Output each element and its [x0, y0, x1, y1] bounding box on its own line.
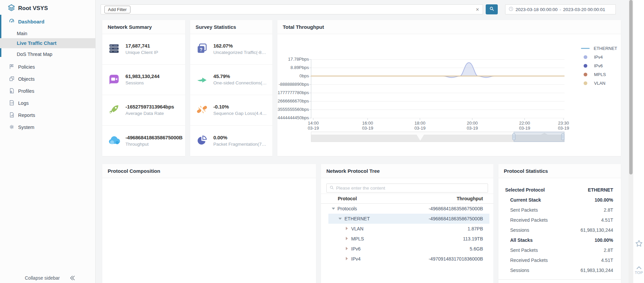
- sidebar-item-label: Live Traffic Chart: [17, 41, 56, 46]
- legend-item-mpls[interactable]: MPLS: [581, 72, 606, 77]
- sidebar-item-label: Profiles: [18, 88, 34, 94]
- legend-item-vlan[interactable]: VLAN: [581, 80, 605, 86]
- column-throughput: Throughput: [457, 196, 483, 201]
- y-tick-label: 8.89Pbps: [290, 65, 309, 71]
- x-tick-label: 23:3003-19: [550, 121, 577, 131]
- session-icon: [108, 73, 120, 87]
- stat-value: 61,983,130,244: [125, 73, 159, 80]
- legend-label: IPv6: [594, 63, 603, 68]
- sidebar-item-objects[interactable]: Objects: [0, 74, 96, 84]
- rocket-icon: [108, 103, 120, 117]
- sidebar-item-dos-threat-map[interactable]: DoS Threat Map: [0, 50, 96, 59]
- chevron-right-icon[interactable]: [346, 247, 348, 250]
- tree-row-ipv6[interactable]: IPv6 5.6GB: [321, 244, 493, 254]
- stat-label: One-sided Connections(…: [213, 80, 267, 86]
- stats-row-sent-packets: Sent Packets 2.8T: [498, 205, 621, 215]
- report-chart-icon: [9, 112, 15, 119]
- circle-swatch: [584, 73, 587, 76]
- sidebar-item-label: Policies: [18, 64, 35, 70]
- survey-statistics-card: Survey Statistics ? 162.07%Uncategorized…: [190, 20, 272, 156]
- tree-row-vlan[interactable]: VLAN 1.87PB: [321, 224, 493, 234]
- legend-label: IPv4: [594, 55, 603, 60]
- clear-filter-icon[interactable]: ✕: [476, 7, 479, 12]
- sidebar-item-main[interactable]: Main: [0, 29, 96, 38]
- tree-row-ethernet[interactable]: ETHERNET -4968684186358675000B: [321, 214, 493, 224]
- tree-row-ipv4[interactable]: IPv4 -4970914831701836000B: [321, 254, 493, 264]
- circle-swatch: [584, 55, 587, 59]
- vsys-title: Root VSYS: [18, 5, 48, 12]
- stats-row-sent-packets-all: Sent Packets 2.8T: [498, 245, 621, 255]
- stats-row-sessions-all: Sessions 61,983,130,244: [498, 265, 621, 275]
- overlap-squares-icon: [9, 76, 15, 83]
- network-summary-card: Network Summary 17,687,741Unique Client …: [102, 20, 185, 156]
- sidebar: Root VSYS Dashboard Main Live Traffic Ch…: [0, 0, 96, 283]
- datazoom-handle-right[interactable]: [561, 134, 564, 140]
- legend-item-ethernet[interactable]: ETHERNET: [581, 46, 617, 51]
- stat-label: Sequence Gap Loss(4.4…: [213, 110, 267, 117]
- sidebar-item-policies[interactable]: Policies: [0, 62, 96, 72]
- chevron-right-icon[interactable]: [346, 227, 348, 230]
- circle-swatch: [584, 64, 587, 68]
- stat-value: -0.10%: [213, 103, 267, 110]
- sidebar-item-live-traffic-chart[interactable]: Live Traffic Chart: [0, 38, 96, 48]
- protocol-search-box[interactable]: [326, 184, 488, 193]
- sidebar-item-system[interactable]: System: [0, 123, 96, 132]
- stat-row-sessions: 61,983,130,244Sessions: [102, 65, 185, 95]
- stat-label: Throughput: [125, 141, 180, 148]
- card-title: Protocol Statistics: [498, 164, 621, 178]
- uncategorized-icon: ?: [196, 42, 208, 56]
- date-range-input[interactable]: 2023-03-18 00:00:00 - 2023-03-20 00:00:0…: [505, 4, 616, 14]
- x-tick-label: 22:0003-19: [511, 121, 538, 131]
- tree-node-value: -4968684186358675000B: [429, 206, 483, 211]
- server-icon: [108, 42, 120, 56]
- protocol-search-input[interactable]: [336, 186, 485, 191]
- one-sided-arrow-icon: [196, 73, 208, 87]
- date-end: 2023-03-20 00:00:01: [563, 7, 605, 12]
- legend-item-ipv6[interactable]: IPv6: [581, 63, 603, 68]
- tree-node-value: 113.19TB: [463, 236, 483, 241]
- svg-text:?: ?: [200, 47, 202, 52]
- datazoom-handle-left[interactable]: [513, 134, 515, 140]
- cloud-icon: [108, 134, 120, 148]
- stat-label: Unique Client IP: [125, 49, 158, 56]
- legend-item-ipv4[interactable]: IPv4: [581, 54, 603, 60]
- datazoom-slider[interactable]: [311, 132, 565, 142]
- tree-row-mpls[interactable]: MPLS 113.19TB: [321, 234, 493, 244]
- tree-row-protocols[interactable]: Protocols -4968684186358675000B: [321, 204, 493, 214]
- filter-input[interactable]: Add Filter ✕: [101, 4, 483, 14]
- search-button[interactable]: [486, 4, 498, 14]
- sidebar-item-profiles[interactable]: Profiles: [0, 86, 96, 96]
- sidebar-item-dashboard[interactable]: Dashboard: [0, 17, 96, 26]
- sidebar-item-label: Objects: [18, 76, 35, 82]
- page-scrollbar-thumb[interactable]: [629, 0, 633, 174]
- x-tick-label: 20:0003-19: [459, 121, 486, 131]
- chevron-right-icon[interactable]: [346, 257, 348, 260]
- chevron-down-icon[interactable]: [338, 218, 342, 220]
- stat-value: 0.00%: [213, 134, 266, 141]
- chevron-down-icon[interactable]: [332, 208, 335, 210]
- collapse-sidebar-control[interactable]: Collapse sidebar: [0, 273, 96, 283]
- stats-row-selected-protocol: Selected Protocol ETHERNET: [498, 185, 621, 195]
- add-filter-button[interactable]: Add Filter: [104, 6, 130, 13]
- sidebar-item-label: Logs: [18, 100, 29, 106]
- sidebar-item-logs[interactable]: LOG Logs: [0, 98, 96, 108]
- favorite-star-icon[interactable]: [635, 239, 643, 249]
- vsys-logo[interactable]: Root VSYS: [0, 3, 96, 14]
- card-title: Survey Statistics: [190, 20, 272, 34]
- sidebar-item-label: DoS Threat Map: [17, 52, 52, 57]
- datazoom-selection[interactable]: [514, 132, 564, 142]
- protocol-statistics-card: Protocol Statistics Selected Protocol ET…: [498, 164, 621, 283]
- back-to-top-label: TOP: [634, 271, 644, 275]
- tree-node-label: IPv4: [351, 256, 361, 262]
- stat-label: Packet Fragmentation(7…: [213, 141, 266, 148]
- stat-value: -16527597313964bps: [125, 103, 174, 110]
- stat-row-packet-fragmentation: 0.00%Packet Fragmentation(7…: [190, 126, 272, 156]
- sidebar-item-reports[interactable]: Reports: [0, 111, 96, 120]
- throughput-plot: [309, 56, 566, 122]
- live-traffic-dashboard-page: Root VSYS Dashboard Main Live Traffic Ch…: [0, 0, 644, 283]
- chevron-right-icon[interactable]: [346, 237, 348, 240]
- tree-node-label: IPv6: [351, 246, 361, 252]
- circle-swatch: [584, 81, 587, 85]
- tree-node-value: 5.6GB: [470, 246, 483, 252]
- back-to-top-button[interactable]: TOP: [634, 265, 644, 275]
